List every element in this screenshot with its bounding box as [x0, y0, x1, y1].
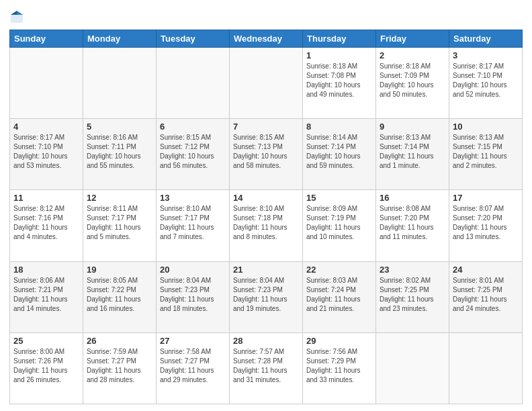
sun-info: Sunrise: 8:16 AM Sunset: 7:11 PM Dayligh… — [87, 133, 152, 171]
calendar-cell: 10Sunrise: 8:13 AM Sunset: 7:15 PM Dayli… — [449, 119, 523, 190]
day-number: 5 — [87, 122, 152, 132]
calendar-cell: 20Sunrise: 8:04 AM Sunset: 7:23 PM Dayli… — [157, 261, 230, 332]
calendar-cell: 25Sunrise: 8:00 AM Sunset: 7:26 PM Dayli… — [10, 332, 83, 404]
day-number: 25 — [13, 336, 79, 346]
calendar-cell — [10, 48, 83, 119]
sun-info: Sunrise: 8:13 AM Sunset: 7:14 PM Dayligh… — [380, 133, 445, 171]
sun-info: Sunrise: 8:11 AM Sunset: 7:17 PM Dayligh… — [87, 204, 152, 242]
sun-info: Sunrise: 8:02 AM Sunset: 7:25 PM Dayligh… — [380, 276, 445, 314]
day-number: 24 — [453, 265, 519, 275]
day-number: 23 — [380, 265, 445, 275]
day-number: 19 — [87, 265, 152, 275]
sun-info: Sunrise: 8:10 AM Sunset: 7:18 PM Dayligh… — [233, 204, 299, 242]
sun-info: Sunrise: 7:57 AM Sunset: 7:28 PM Dayligh… — [233, 347, 299, 385]
day-number: 7 — [233, 122, 299, 132]
logo-icon — [9, 9, 24, 24]
sun-info: Sunrise: 7:59 AM Sunset: 7:27 PM Dayligh… — [87, 347, 152, 385]
header-saturday: Saturday — [449, 30, 523, 48]
weekday-header-row: Sunday Monday Tuesday Wednesday Thursday… — [10, 30, 523, 48]
day-number: 18 — [13, 265, 79, 275]
day-number: 28 — [233, 336, 299, 346]
calendar-cell — [230, 48, 303, 119]
sun-info: Sunrise: 7:56 AM Sunset: 7:29 PM Dayligh… — [306, 347, 372, 385]
day-number: 4 — [13, 122, 79, 132]
calendar-cell: 8Sunrise: 8:14 AM Sunset: 7:14 PM Daylig… — [303, 119, 376, 190]
svg-marker-2 — [11, 11, 17, 15]
day-number: 20 — [160, 265, 226, 275]
sun-info: Sunrise: 8:17 AM Sunset: 7:10 PM Dayligh… — [453, 62, 519, 99]
sun-info: Sunrise: 8:15 AM Sunset: 7:13 PM Dayligh… — [233, 133, 299, 171]
sun-info: Sunrise: 8:13 AM Sunset: 7:15 PM Dayligh… — [453, 133, 519, 171]
header-sunday: Sunday — [10, 30, 83, 48]
calendar-cell: 6Sunrise: 8:15 AM Sunset: 7:12 PM Daylig… — [157, 119, 230, 190]
calendar-cell: 7Sunrise: 8:15 AM Sunset: 7:13 PM Daylig… — [230, 119, 303, 190]
day-number: 15 — [306, 193, 372, 203]
calendar-cell — [157, 48, 230, 119]
sun-info: Sunrise: 8:01 AM Sunset: 7:25 PM Dayligh… — [453, 276, 519, 314]
calendar-week-row: 4Sunrise: 8:17 AM Sunset: 7:10 PM Daylig… — [10, 119, 523, 190]
header-thursday: Thursday — [303, 30, 376, 48]
calendar-week-row: 11Sunrise: 8:12 AM Sunset: 7:16 PM Dayli… — [10, 190, 523, 261]
sun-info: Sunrise: 8:17 AM Sunset: 7:10 PM Dayligh… — [13, 133, 79, 171]
calendar-cell: 21Sunrise: 8:04 AM Sunset: 7:23 PM Dayli… — [230, 261, 303, 332]
calendar-cell: 18Sunrise: 8:06 AM Sunset: 7:21 PM Dayli… — [10, 261, 83, 332]
sun-info: Sunrise: 8:06 AM Sunset: 7:21 PM Dayligh… — [13, 276, 79, 314]
day-number: 11 — [13, 193, 79, 203]
day-number: 21 — [233, 265, 299, 275]
svg-marker-1 — [17, 11, 23, 15]
calendar-cell: 28Sunrise: 7:57 AM Sunset: 7:28 PM Dayli… — [230, 332, 303, 404]
day-number: 22 — [306, 265, 372, 275]
page: Sunday Monday Tuesday Wednesday Thursday… — [0, 0, 532, 411]
header — [9, 7, 523, 24]
logo — [9, 9, 27, 24]
calendar-cell: 3Sunrise: 8:17 AM Sunset: 7:10 PM Daylig… — [449, 48, 523, 119]
calendar-cell: 2Sunrise: 8:18 AM Sunset: 7:09 PM Daylig… — [376, 48, 449, 119]
calendar: Sunday Monday Tuesday Wednesday Thursday… — [9, 30, 523, 404]
sun-info: Sunrise: 8:04 AM Sunset: 7:23 PM Dayligh… — [233, 276, 299, 314]
day-number: 27 — [160, 336, 226, 346]
sun-info: Sunrise: 8:03 AM Sunset: 7:24 PM Dayligh… — [306, 276, 372, 314]
calendar-cell: 11Sunrise: 8:12 AM Sunset: 7:16 PM Dayli… — [10, 190, 83, 261]
calendar-cell: 14Sunrise: 8:10 AM Sunset: 7:18 PM Dayli… — [230, 190, 303, 261]
calendar-cell: 1Sunrise: 8:18 AM Sunset: 7:08 PM Daylig… — [303, 48, 376, 119]
day-number: 29 — [306, 336, 372, 346]
day-number: 13 — [160, 193, 226, 203]
header-friday: Friday — [376, 30, 449, 48]
calendar-cell: 27Sunrise: 7:58 AM Sunset: 7:27 PM Dayli… — [157, 332, 230, 404]
calendar-cell: 9Sunrise: 8:13 AM Sunset: 7:14 PM Daylig… — [376, 119, 449, 190]
sun-info: Sunrise: 8:00 AM Sunset: 7:26 PM Dayligh… — [13, 347, 79, 385]
day-number: 3 — [453, 50, 519, 60]
calendar-cell: 12Sunrise: 8:11 AM Sunset: 7:17 PM Dayli… — [83, 190, 157, 261]
calendar-cell: 19Sunrise: 8:05 AM Sunset: 7:22 PM Dayli… — [83, 261, 157, 332]
day-number: 2 — [380, 50, 445, 60]
calendar-cell — [83, 48, 157, 119]
day-number: 1 — [306, 50, 372, 60]
header-monday: Monday — [83, 30, 157, 48]
day-number: 17 — [453, 193, 519, 203]
calendar-cell: 17Sunrise: 8:07 AM Sunset: 7:20 PM Dayli… — [449, 190, 523, 261]
day-number: 16 — [380, 193, 445, 203]
calendar-week-row: 25Sunrise: 8:00 AM Sunset: 7:26 PM Dayli… — [10, 332, 523, 404]
sun-info: Sunrise: 8:14 AM Sunset: 7:14 PM Dayligh… — [306, 133, 372, 171]
sun-info: Sunrise: 8:09 AM Sunset: 7:19 PM Dayligh… — [306, 204, 372, 242]
sun-info: Sunrise: 8:08 AM Sunset: 7:20 PM Dayligh… — [380, 204, 445, 242]
day-number: 14 — [233, 193, 299, 203]
day-number: 12 — [87, 193, 152, 203]
calendar-cell: 26Sunrise: 7:59 AM Sunset: 7:27 PM Dayli… — [83, 332, 157, 404]
sun-info: Sunrise: 8:10 AM Sunset: 7:17 PM Dayligh… — [160, 204, 226, 242]
calendar-week-row: 18Sunrise: 8:06 AM Sunset: 7:21 PM Dayli… — [10, 261, 523, 332]
day-number: 6 — [160, 122, 226, 132]
calendar-cell — [376, 332, 449, 404]
day-number: 26 — [87, 336, 152, 346]
calendar-cell: 13Sunrise: 8:10 AM Sunset: 7:17 PM Dayli… — [157, 190, 230, 261]
sun-info: Sunrise: 7:58 AM Sunset: 7:27 PM Dayligh… — [160, 347, 226, 385]
calendar-cell: 24Sunrise: 8:01 AM Sunset: 7:25 PM Dayli… — [449, 261, 523, 332]
sun-info: Sunrise: 8:12 AM Sunset: 7:16 PM Dayligh… — [13, 204, 79, 242]
sun-info: Sunrise: 8:18 AM Sunset: 7:09 PM Dayligh… — [380, 62, 445, 99]
sun-info: Sunrise: 8:04 AM Sunset: 7:23 PM Dayligh… — [160, 276, 226, 314]
header-wednesday: Wednesday — [230, 30, 303, 48]
day-number: 8 — [306, 122, 372, 132]
calendar-week-row: 1Sunrise: 8:18 AM Sunset: 7:08 PM Daylig… — [10, 48, 523, 119]
sun-info: Sunrise: 8:18 AM Sunset: 7:08 PM Dayligh… — [306, 62, 372, 99]
sun-info: Sunrise: 8:05 AM Sunset: 7:22 PM Dayligh… — [87, 276, 152, 314]
